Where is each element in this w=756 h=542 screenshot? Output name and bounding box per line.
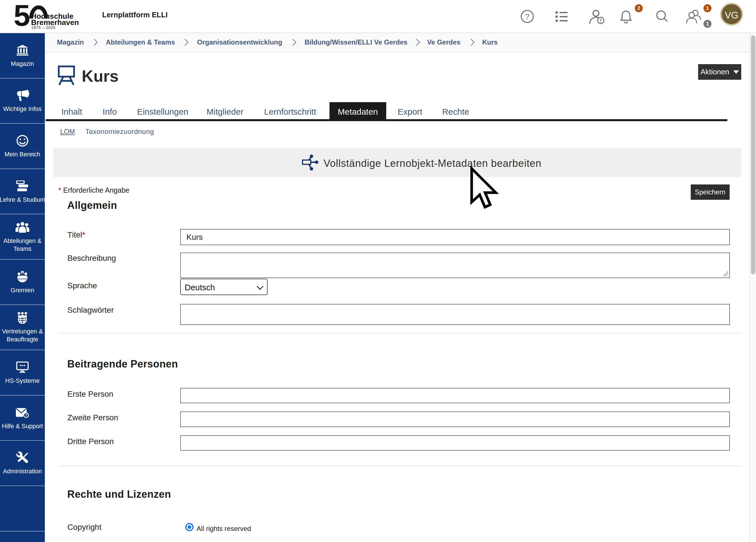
svg-text:?: ? bbox=[25, 413, 27, 417]
svg-text:?: ? bbox=[525, 12, 529, 21]
